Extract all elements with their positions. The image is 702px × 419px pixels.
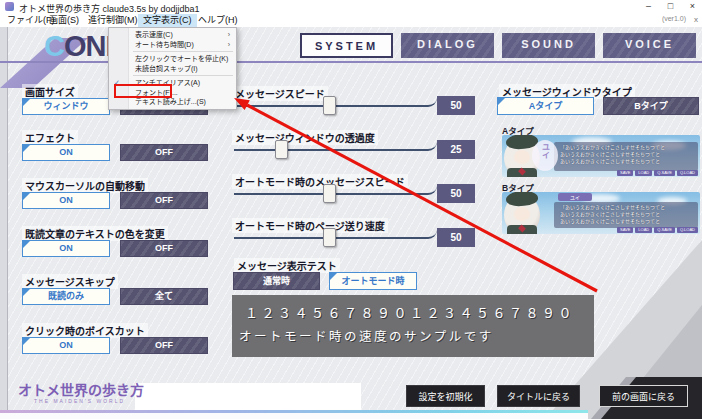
setting-read-text-color: 既読文章のテキストの色を変更 ON OFF [22,224,208,242]
reset-settings-button[interactable]: 設定を初期化 [406,385,485,407]
option-off[interactable]: OFF [120,144,208,161]
back-to-title-button[interactable]: タイトルに戻る [497,385,580,407]
maximize-button[interactable]: □ [665,0,676,13]
back-to-previous-button[interactable]: 前の画面に戻る [599,385,688,407]
menu-separator [133,75,233,76]
slider-message-speed: メッセージスピード 50 [232,84,480,126]
name-tab: ユイ [558,193,592,201]
preview-text-line: 「あいうえおかきくけこさしすせそたちつてと [560,204,698,211]
setting-effect: エフェクト ON OFF [22,128,208,146]
message-test-box: １２３４５６７８９０１２３４５６７８９０ オートモード時の速度のサンプルです [232,295,594,357]
annotation-highlight-box [114,84,172,98]
setting-label: 画面サイズ [22,84,78,99]
minimize-button[interactable]: – [643,0,654,13]
character-face [514,207,530,221]
menu-progress-control[interactable]: 進行制御(M) [83,14,143,27]
preview-text-line: あいうえおかきくけこさしすせそたちつてと [560,218,698,225]
menu-screen[interactable]: 画面(S) [44,14,84,27]
slider-thumb[interactable] [323,184,336,203]
setting-label: クリック時のボイスカット [22,323,148,338]
name-circle: ユイ [532,140,558,171]
slider-connector [424,186,437,195]
slider-thumb[interactable] [323,228,336,247]
slider-window-opacity: メッセージウィンドウの透過度 25 [232,128,480,170]
message-window-preview: 「あいうえおかきくけこさしすせそたちつてと あいうえおかきくけこさしすせそたちつ… [554,202,698,228]
option-on[interactable]: ON [22,192,110,209]
character-face [514,150,530,164]
message-window-preview: 「あいうえおかきくけこさしすせそたちつてと あいうえおかきくけこさしすせそたちつ… [554,142,698,171]
menu-separator [133,51,233,52]
menu-item-label: オート待ち時間(D) [135,41,194,48]
menu-item-label: 未読台詞スキップ(I) [135,65,198,72]
qsave-mini-button: Q.SAVE [654,170,675,176]
option-on[interactable]: ON [22,240,110,257]
setting-label: 既読文章のテキストの色を変更 [22,226,168,241]
option-off[interactable]: OFF [120,337,208,354]
tab-sound[interactable]: SOUND [502,33,595,58]
menu-item-display-speed[interactable]: 表示速度(C)› [109,30,236,40]
option-off[interactable]: OFF [120,240,208,257]
setting-label: メッセージスキップ [22,274,118,289]
slider-value: 50 [437,96,475,115]
menu-help[interactable]: ヘルプ(H) [193,14,243,27]
menu-item-stop-auto-on-leftclick[interactable]: 左クリックでオートを停止(K) [109,54,236,64]
slider-value: 50 [437,228,475,247]
test-sample-text: オートモード時の速度のサンプルです [239,326,494,345]
menu-text-display[interactable]: 文字表示(C) [138,14,197,27]
menu-item-label: 表示速度(C) [135,31,173,38]
game-logo-subtitle: THE MAIDEN'S WORLD [34,398,125,404]
tab-system[interactable]: SYSTEM [300,33,393,58]
slider-automode-page-speed: オートモード時のページ送り速度 50 [232,216,480,258]
tab-voice[interactable]: VOICE [603,33,696,58]
setting-label: マウスカーソルの自動移動 [22,178,148,193]
menu-item-text-to-speech[interactable]: テキスト読み上げ...(S) [109,97,236,107]
preview-quick-buttons: SAVE LOAD Q.SAVE Q.LOAD [617,170,698,176]
slider-thumb[interactable] [323,96,336,115]
load-mini-button: LOAD [635,227,652,233]
save-mini-button: SAVE [617,170,633,176]
version-label: (ver1.0) [662,15,686,22]
slider-connector [424,230,437,239]
slider-value: 25 [437,140,475,159]
slider-track[interactable] [234,149,424,151]
slider-label: メッセージスピード [232,86,328,101]
option-off[interactable]: OFF [120,192,208,209]
option-on[interactable]: ON [22,337,110,354]
type-b-button[interactable]: Bタイプ [603,97,699,115]
titlebar: オトメ世界の歩き方 claude3.5s by dodjjdba1 – □ × [0,0,702,14]
footer-blank-panel [135,383,361,410]
config-logo-c: C [44,30,64,62]
test-sample-digits: １２３４５６７８９０１２３４５６７８９０ [245,303,575,322]
menu-item-label: テキスト読み上げ...(S) [135,98,206,105]
submenu-arrow-icon: › [228,40,230,50]
test-normal-button[interactable]: 通常時 [233,272,320,290]
menubar: ファイル(F) 画面(S) 進行制御(M) 文字表示(C) ヘルプ(H) [0,14,702,27]
option-read-only[interactable]: 既読のみ [22,288,110,305]
character-name: ユイ [540,143,551,159]
preview-text-line: あいうえおかきくけこさしすせそたちつてと [560,158,698,165]
slider-connector [424,142,437,151]
menu-item-auto-wait-time[interactable]: オート待ち時間(D)› [109,40,236,50]
option-window[interactable]: ウィンドウ [22,98,110,115]
menu-item-label: 左クリックでオートを停止(K) [135,55,228,62]
setting-label: エフェクト [22,130,78,145]
option-all[interactable]: 全て [120,288,208,305]
slider-automode-message-speed: オートモード時のメッセージスピード 50 [232,172,480,214]
type-a-button[interactable]: Aタイプ [497,97,594,115]
close-button[interactable]: × [687,0,698,13]
preview-text-line: あいうえおかきくけこさしすせそたちつてと [560,211,698,218]
slider-thumb[interactable] [275,140,288,159]
test-automode-button[interactable]: オートモード時 [329,272,417,290]
tab-dialog[interactable]: DIALOG [401,33,494,58]
qsave-mini-button: Q.SAVE [654,227,675,233]
game-logo: オトメ世界の歩き方 [18,379,144,399]
menu-item-unread-skip[interactable]: 未読台詞スキップ(I) [109,64,236,74]
mini-close-button[interactable]: x [694,15,698,24]
load-mini-button: LOAD [635,170,652,176]
slider-label: オートモード時のページ送り速度 [232,218,388,233]
option-on[interactable]: ON [22,144,110,161]
submenu-arrow-icon: › [228,30,230,40]
save-mini-button: SAVE [617,227,633,233]
message-test-label: メッセージ表示テスト [234,258,340,273]
app-window: オトメ世界の歩き方 claude3.5s by dodjjdba1 – □ × … [0,0,702,419]
